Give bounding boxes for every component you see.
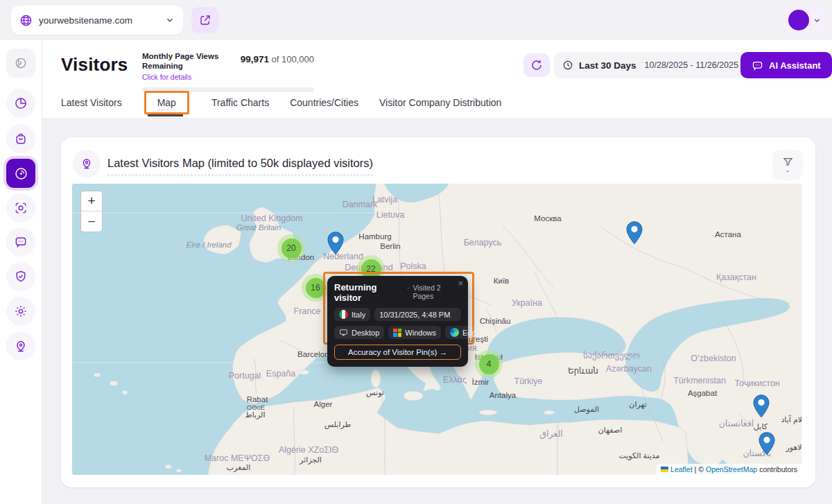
leaflet-link[interactable]: Leaflet: [670, 465, 693, 473]
sidebar-item-security[interactable]: [6, 262, 35, 291]
sidebar-item-chat[interactable]: [6, 227, 35, 257]
chevron-down-icon: [784, 168, 791, 174]
date-range-selector[interactable]: Last 30 Days 10/28/2025 - 11/26/2025: [554, 52, 760, 78]
page-title: Visitors: [61, 54, 128, 76]
visitor-pin-marker[interactable]: [327, 232, 344, 255]
location-pin-icon: [14, 339, 28, 353]
cluster-marker[interactable]: 20: [277, 234, 305, 262]
close-icon[interactable]: ×: [458, 279, 463, 288]
globe-icon: [19, 14, 33, 27]
sidebar-item-sessions[interactable]: [6, 193, 35, 223]
edge-logo-icon: [450, 328, 459, 337]
annotation-box-map-tab: Map: [144, 91, 189, 114]
website-selector[interactable]: yourwebsitename.com: [11, 6, 183, 35]
map-card: Latest Visitors Map (limited to 50k disp…: [61, 137, 815, 487]
focus-scan-icon: [14, 201, 28, 215]
tab-visitor-company-distribution[interactable]: Visitor Company Distribution: [379, 97, 501, 108]
topbar: yourwebsitename.com: [0, 0, 832, 40]
zoom-in-button[interactable]: +: [81, 191, 102, 211]
popup-os-chip: Windows: [388, 326, 441, 339]
account-menu[interactable]: [783, 5, 826, 35]
popup-visitor-type: Returning visitor: [334, 282, 403, 303]
chevron-down-icon: [813, 16, 822, 25]
popup-device-chip: Desktop: [334, 326, 384, 339]
tab-map[interactable]: Map: [157, 97, 176, 110]
popup-datetime-chip: 10/31/2025, 4:48 PM: [374, 308, 461, 321]
map-attribution: Leaflet | © OpenStreetMap contributors: [657, 464, 801, 475]
ai-assistant-button[interactable]: AI Assistant: [740, 52, 832, 78]
visitor-pin-marker[interactable]: [753, 394, 770, 418]
map-zoom-control: + −: [80, 191, 103, 232]
visitor-popup: × Returning visitor · Visited 2 Pages It…: [327, 276, 468, 367]
avatar: [788, 10, 809, 31]
shopping-bag-icon: [14, 132, 28, 146]
filter-funnel-icon: [782, 156, 794, 168]
sidebar-item-dashboard[interactable]: [6, 89, 35, 118]
clock-icon: [562, 60, 573, 71]
sidebar-item-store[interactable]: [6, 124, 35, 153]
chevron-down-icon: [165, 15, 175, 25]
map-pin-badge: [73, 150, 101, 177]
windows-logo-icon: [393, 329, 401, 337]
pie-chart-icon: [14, 96, 28, 110]
refresh-button[interactable]: [523, 53, 550, 77]
panel-toggle-icon: [14, 56, 28, 70]
sidebar-item-collapse[interactable]: [6, 49, 35, 78]
cluster-marker[interactable]: 4: [475, 350, 503, 378]
pageviews-value: 99,971 of 100,000: [241, 54, 314, 64]
cluster-count: 4: [479, 354, 499, 374]
content-area: Latest Visitors Map (limited to 50k disp…: [42, 118, 832, 504]
page-header: Visitors Monthly Page Views Remaining Cl…: [42, 40, 832, 118]
annotation-box-popup: × Returning visitor · Visited 2 Pages It…: [323, 272, 474, 345]
pageviews-details-link[interactable]: Click for details: [142, 73, 241, 81]
zoom-out-button[interactable]: −: [81, 211, 102, 232]
pageviews-label: Monthly Page Views Remaining: [142, 51, 241, 71]
visitor-pin-marker[interactable]: [759, 432, 775, 455]
website-name: yourwebsitename.com: [39, 15, 159, 26]
openstreetmap-link[interactable]: OpenStreetMap: [706, 465, 757, 473]
cluster-count: 20: [281, 238, 302, 259]
popup-browser-chip: Edge: [445, 326, 485, 339]
settings-gear-icon: [14, 304, 28, 318]
ai-chat-icon: [752, 60, 763, 71]
map-card-title: Latest Visitors Map (limited to 50k disp…: [107, 157, 373, 175]
tab-countries-cities[interactable]: Countries/Cities: [290, 97, 358, 108]
visitors-map[interactable]: LatvijaLietuvaDanmarkUnited KingdomGreat…: [72, 184, 801, 475]
popup-country-chip: Italy: [334, 308, 370, 321]
visitor-pin-marker[interactable]: [626, 221, 643, 245]
tab-traffic-charts[interactable]: Traffic Charts: [211, 97, 269, 108]
visitors-radar-icon: [14, 166, 28, 181]
ukraine-flag-icon: [661, 467, 668, 472]
accuracy-of-visitor-pins-button[interactable]: Accuracy of Visitor Pin(s) →: [334, 345, 461, 360]
external-link-icon: [199, 14, 211, 26]
monitor-icon: [339, 328, 348, 337]
refresh-icon: [530, 59, 543, 71]
italy-flag-icon: [339, 310, 348, 319]
range-dates: 10/28/2025 - 11/26/2025: [645, 60, 738, 70]
range-label: Last 30 Days: [579, 60, 636, 71]
analytics-app: yourwebsitename.com: [0, 0, 832, 504]
chat-icon: [14, 235, 28, 249]
visitors-tabs: Latest Visitors Map Traffic Charts Count…: [61, 97, 501, 108]
open-website-button[interactable]: [191, 7, 219, 33]
sidebar-item-visitors-active[interactable]: [3, 156, 38, 191]
sidebar-nav: [0, 40, 42, 504]
popup-pages-visited: Visited 2 Pages: [413, 284, 461, 300]
sidebar-item-settings[interactable]: [6, 297, 35, 326]
shield-check-icon: [14, 270, 28, 284]
map-filter-button[interactable]: [772, 150, 803, 180]
pageviews-quota: Monthly Page Views Remaining Click for d…: [142, 51, 314, 92]
tab-latest-visitors[interactable]: Latest Visitors: [61, 97, 122, 108]
sidebar-item-locations[interactable]: [6, 331, 35, 360]
